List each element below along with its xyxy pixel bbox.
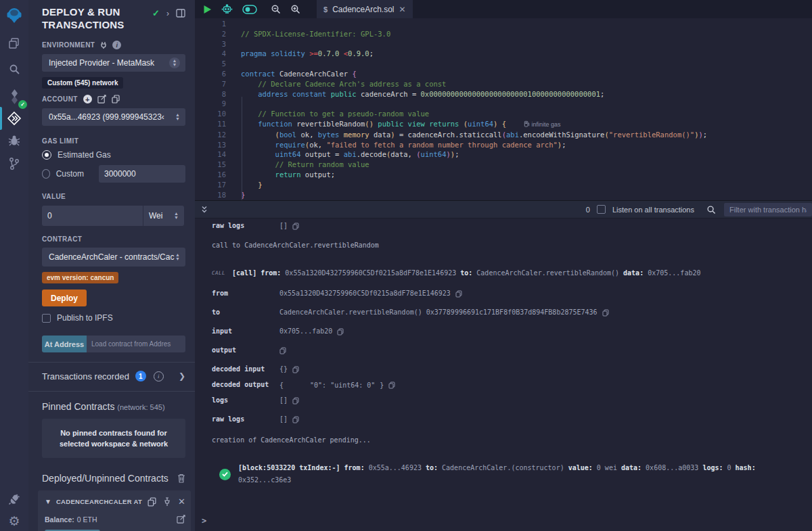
copy-icon[interactable]	[388, 382, 395, 389]
instance-collapse-icon[interactable]: ▼	[45, 498, 51, 505]
terminal-value: {"0": "uint64: 0"}	[279, 379, 395, 391]
editor-toolbar: $ CadenceArch.sol ✕	[195, 0, 812, 18]
gas-limit-label: GAS LIMIT	[42, 137, 185, 145]
panel-chevron-icon[interactable]: ›	[166, 9, 169, 18]
close-instance-icon[interactable]: ✕	[178, 497, 185, 507]
edit-balance-icon[interactable]	[177, 515, 185, 524]
code-line[interactable]: 3	[195, 39, 812, 49]
zoom-out-icon[interactable]	[271, 4, 281, 14]
terminal-filter-input[interactable]	[724, 203, 812, 216]
estimated-gas-radio[interactable]	[42, 150, 51, 160]
contract-select[interactable]: CadenceArchCaler - contracts/Cac ▲▼	[42, 248, 185, 267]
code-line[interactable]: 4pragma solidity >=0.7.0 <0.9.0;	[195, 49, 812, 59]
indent-guide	[242, 97, 242, 200]
deploy-run-icon[interactable]	[0, 110, 28, 127]
zoom-in-icon[interactable]	[290, 4, 300, 14]
pinned-empty-line2: selected workspace & network	[60, 438, 168, 449]
copy-account-icon[interactable]	[112, 95, 120, 103]
environment-info-icon[interactable]: i	[112, 41, 121, 49]
copy-icon[interactable]	[602, 309, 609, 317]
deploy-button[interactable]: Deploy	[42, 290, 87, 306]
line-number: 4	[195, 49, 226, 59]
copy-icon[interactable]	[337, 328, 344, 336]
code-line[interactable]: 7 // Declare Cadence Arch's address as a…	[195, 79, 812, 89]
value-label: VALUE	[42, 193, 185, 200]
git-icon[interactable]	[0, 156, 28, 172]
code-line[interactable]: 16 return output;	[195, 170, 812, 180]
settings-gear-icon[interactable]: ⚙	[0, 513, 28, 529]
code-editor[interactable]: 12// SPDX-License-Identifier: GPL-3.034p…	[195, 18, 812, 200]
terminal-key: to	[212, 306, 279, 319]
line-number: 2	[195, 29, 226, 39]
terminal-search-icon[interactable]	[706, 205, 716, 214]
pin-panel-icon[interactable]	[176, 9, 185, 18]
code-line[interactable]: 5	[195, 59, 812, 69]
code-line[interactable]: 11 function revertibleRandom() public vi…	[195, 119, 812, 130]
account-select[interactable]: 0x55a...46923 (999.999945323‹ ▲▼	[42, 108, 185, 126]
solidity-file-icon: $	[323, 5, 328, 14]
code-line[interactable]: 12 (bool ok, bytes memory data) = cadenc…	[195, 130, 812, 140]
code-line[interactable]: 1	[195, 19, 812, 29]
code-line[interactable]: 14 uint64 output = abi.decode(data, (uin…	[195, 149, 812, 160]
at-address-button[interactable]: At Address	[42, 336, 87, 352]
value-unit-select[interactable]: Wei ▲▼	[143, 206, 184, 226]
code-line[interactable]: 6contract CadenceArchCaler {	[195, 69, 812, 79]
listen-all-checkbox[interactable]	[597, 205, 606, 214]
plugin-manager-icon[interactable]	[0, 491, 28, 507]
custom-gas-radio[interactable]	[42, 169, 50, 179]
code-line[interactable]: 9	[195, 99, 812, 109]
terminal-key: from	[212, 287, 279, 300]
code-text: return output;	[226, 170, 335, 180]
listen-count: 0	[586, 206, 590, 214]
copy-icon[interactable]	[292, 416, 299, 423]
code-line[interactable]: 13 require(ok, "failed to fetch a random…	[195, 140, 812, 150]
code-line[interactable]: 17 }	[195, 180, 812, 190]
plug-small-icon[interactable]	[100, 41, 107, 49]
run-script-icon[interactable]	[203, 5, 212, 14]
environment-select[interactable]: Injected Provider - MetaMask ▲▼	[42, 54, 185, 72]
terminal-collapse-icon[interactable]	[200, 205, 208, 214]
copy-icon[interactable]	[292, 223, 299, 230]
copy-instance-icon[interactable]	[148, 497, 156, 507]
code-line[interactable]: 18}	[195, 190, 812, 200]
code-line[interactable]: 10 // Function to get a pseudo-random va…	[195, 109, 812, 119]
code-line[interactable]: 15 // Return random value	[195, 160, 812, 170]
code-text	[226, 19, 241, 29]
line-number: 3	[195, 39, 226, 49]
environment-label: ENVIRONMENT	[42, 41, 95, 49]
code-line[interactable]: 8 address constant public cadenceArch = …	[195, 89, 812, 99]
custom-gas-input[interactable]	[99, 165, 185, 183]
account-stepper-icon[interactable]: ▲▼	[175, 113, 180, 121]
terminal: 0 Listen on all transactions raw logs[]c…	[195, 200, 812, 531]
copy-icon[interactable]	[455, 290, 462, 298]
copy-icon[interactable]	[279, 347, 286, 354]
terminal-prompt[interactable]: >	[202, 516, 206, 526]
copilot-toggle-icon[interactable]	[242, 5, 257, 14]
debugger-icon[interactable]	[0, 133, 28, 149]
add-account-icon[interactable]: +	[83, 95, 92, 103]
sign-message-icon[interactable]	[97, 95, 106, 103]
close-tab-icon[interactable]: ✕	[399, 5, 406, 14]
copy-icon[interactable]	[292, 366, 299, 373]
clear-instances-trash-icon[interactable]	[177, 474, 185, 483]
tab-cadencearch-sol[interactable]: $ CadenceArch.sol ✕	[317, 0, 413, 18]
file-explorer-icon[interactable]	[0, 35, 28, 51]
ai-copilot-robot-icon[interactable]	[221, 4, 233, 15]
solidity-compiler-icon[interactable]: ✓	[0, 87, 28, 107]
terminal-call-row[interactable]: call[call] from: 0x55a1320D432759960C5Df…	[195, 267, 812, 279]
code-line[interactable]: 2// SPDX-License-Identifier: GPL-3.0	[195, 29, 812, 39]
environment-stepper-icon[interactable]: ▲▼	[169, 57, 180, 68]
publish-ipfs-checkbox[interactable]	[42, 314, 51, 323]
code-lines: 12// SPDX-License-Identifier: GPL-3.034p…	[195, 18, 812, 200]
remix-logo-icon[interactable]	[0, 5, 28, 26]
at-address-input[interactable]	[87, 336, 185, 352]
line-number: 16	[195, 170, 226, 180]
pin-instance-icon[interactable]	[163, 497, 171, 507]
value-input[interactable]	[42, 206, 143, 226]
transactions-info-icon[interactable]: i	[154, 371, 164, 382]
transactions-count-badge: 1	[135, 371, 146, 382]
search-icon[interactable]	[0, 61, 28, 77]
transactions-expand-icon[interactable]: ❯	[179, 371, 185, 381]
terminal-block-row[interactable]: [block:5033220 txIndex:-] from: 0x55a...…	[195, 462, 812, 486]
copy-icon[interactable]	[292, 397, 299, 405]
